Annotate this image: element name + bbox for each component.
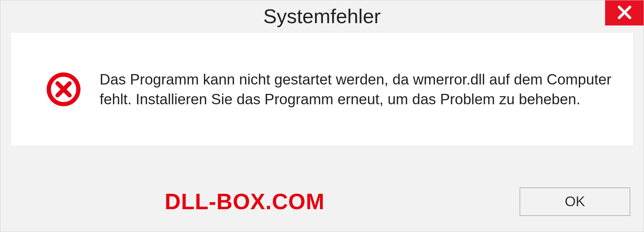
error-message: Das Programm kann nicht gestartet werden… xyxy=(100,69,613,109)
close-icon xyxy=(616,4,633,22)
ok-button[interactable]: OK xyxy=(520,187,630,216)
error-icon xyxy=(46,72,81,107)
content-panel: Das Programm kann nicht gestartet werden… xyxy=(10,32,634,146)
close-button[interactable] xyxy=(605,0,644,25)
watermark-text: DLL-BOX.COM xyxy=(165,189,325,214)
footer: DLL-BOX.COM OK xyxy=(10,181,634,222)
titlebar: Systemfehler xyxy=(0,0,644,32)
dialog-title: Systemfehler xyxy=(263,5,381,28)
